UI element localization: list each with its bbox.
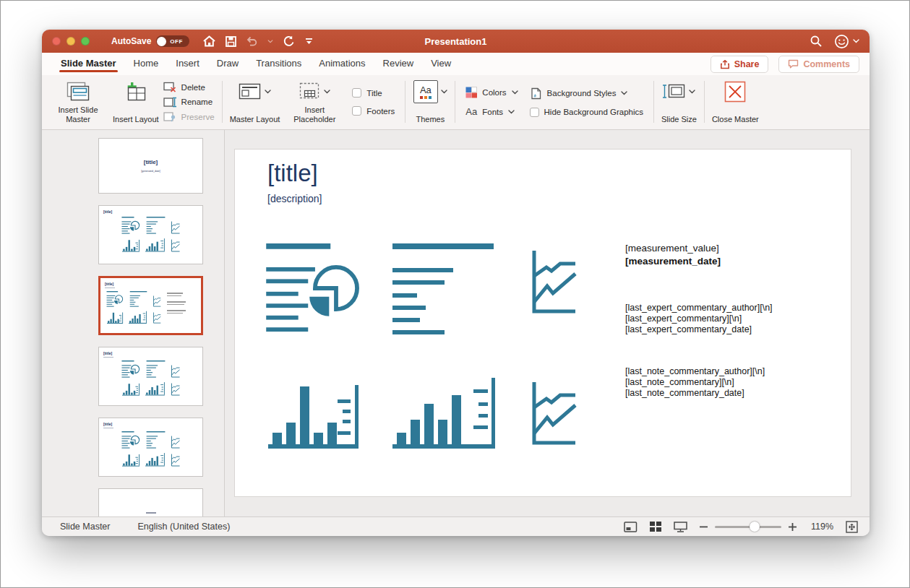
pie-document-icon[interactable] (266, 243, 361, 333)
insert-layout-button[interactable]: Insert Layout (110, 77, 162, 126)
save-icon[interactable] (226, 36, 236, 47)
pie-document-icon (106, 291, 124, 307)
background-styles-icon (530, 87, 542, 100)
thumbnail-3-selected[interactable]: [title] (98, 276, 203, 335)
thumbnail-6[interactable] (98, 488, 203, 516)
tab-insert[interactable]: Insert (167, 53, 208, 74)
title-checkbox[interactable]: Title (352, 88, 395, 98)
thumbnail-4[interactable]: [title] (98, 347, 203, 406)
powerpoint-window: AutoSave OFF (42, 30, 870, 536)
thumbnail-1-title: [title] (144, 159, 158, 165)
insert-slide-master-button[interactable]: Insert Slide Master (46, 77, 110, 126)
bar-chart-icon[interactable] (392, 375, 499, 449)
ribbon-divider (704, 81, 705, 123)
text-lines-icon (146, 217, 166, 234)
master-layout-button[interactable]: Master Layout (227, 77, 283, 126)
tab-review[interactable]: Review (374, 53, 423, 74)
bar-chart-icon[interactable] (268, 375, 362, 449)
comments-button[interactable]: Comments (778, 56, 859, 73)
line-chart-icon (171, 365, 180, 378)
slide-size-icon (662, 82, 686, 101)
pie-document-icon (121, 431, 140, 449)
status-language[interactable]: English (United States) (137, 522, 230, 532)
fonts-button[interactable]: Aa Fonts (465, 106, 518, 117)
insert-slide-master-label: Insert Slide Master (49, 105, 107, 124)
home-icon[interactable] (202, 35, 216, 47)
autosave-toggle[interactable]: OFF (156, 35, 189, 47)
zoom-slider[interactable] (715, 526, 781, 528)
hide-background-graphics-label: Hide Background Graphics (544, 108, 643, 116)
rename-button[interactable]: Rename (163, 97, 215, 108)
thumbnail-5[interactable]: [title] (98, 418, 203, 477)
slide-size-button[interactable]: Slide Size (658, 77, 700, 126)
undo-menu-chevron-icon[interactable] (267, 40, 273, 43)
close-master-button[interactable]: Close Master (709, 77, 762, 126)
background-styles-button[interactable]: Background Styles (530, 87, 643, 100)
normal-view-icon[interactable] (624, 522, 638, 532)
insert-placeholder-label: Insert Placeholder (286, 105, 343, 124)
tab-slide-master[interactable]: Slide Master (52, 53, 125, 74)
document-title: Presentation1 (425, 36, 487, 47)
master-layout-icon (239, 82, 262, 101)
expert-commentary-text: [last_expert_commentary][\n] (625, 314, 773, 324)
thumbnail-4-description-line (103, 357, 113, 358)
close-master-label: Close Master (712, 115, 759, 124)
tab-home[interactable]: Home (125, 53, 168, 74)
slide-sorter-icon[interactable] (650, 522, 661, 532)
rename-icon (163, 97, 177, 108)
tab-view[interactable]: View (422, 53, 460, 74)
fullscreen-window-button[interactable] (81, 37, 90, 46)
thumbnail-1[interactable]: [title] [generated_date] (98, 138, 203, 194)
slide-size-label: Slide Size (661, 115, 697, 124)
account-icon[interactable] (834, 34, 859, 49)
line-chart-icon[interactable] (529, 248, 577, 315)
comments-icon (788, 59, 799, 69)
themes-button[interactable]: Aa Themes (410, 77, 450, 126)
expert-commentary-date: [last_expert_commentary_date] (625, 324, 773, 335)
redo-icon[interactable] (283, 35, 295, 47)
slide-canvas[interactable]: [title] [description] [measurement_value… (235, 150, 851, 496)
zoom-slider-knob[interactable] (750, 522, 760, 532)
customize-toolbar-icon[interactable] (304, 38, 314, 46)
titlebar-right (810, 34, 859, 49)
thumbnail-5-description-line (103, 428, 113, 429)
undo-icon[interactable] (246, 36, 258, 46)
line-chart-icon (171, 221, 180, 234)
slide-thumbnail-pane[interactable]: [title] [generated_date] [title] [title] (42, 130, 225, 516)
rename-label: Rename (181, 98, 213, 106)
fit-slide-to-window-icon[interactable] (846, 521, 858, 533)
text-lines-icon[interactable] (392, 243, 494, 336)
bar-chart-icon (122, 381, 140, 396)
preserve-button[interactable]: Preserve (163, 111, 215, 122)
delete-button[interactable]: Delete (163, 82, 215, 92)
search-icon[interactable] (810, 35, 823, 48)
slide-show-icon[interactable] (674, 522, 687, 532)
close-window-button[interactable] (52, 37, 61, 46)
line-chart-icon (153, 295, 161, 307)
share-icon (720, 59, 730, 69)
tab-draw[interactable]: Draw (208, 53, 247, 74)
note-commentary-date: [last_note_commentary_date] (625, 388, 765, 399)
zoom-percentage[interactable]: 119% (809, 522, 833, 532)
footers-checkbox[interactable]: Footers (352, 106, 395, 116)
share-button[interactable]: Share (711, 56, 769, 73)
thumbnail-2[interactable]: [title] (98, 205, 203, 264)
bar-chart-icon (145, 381, 166, 396)
tab-animations[interactable]: Animations (310, 53, 374, 74)
measurement-placeholder[interactable]: [measurement_value] [measurement_date] (625, 242, 721, 268)
minimize-window-button[interactable] (66, 37, 75, 46)
expert-commentary-placeholder[interactable]: [last_expert_commentary_author][\n] [las… (625, 303, 773, 335)
colors-button[interactable]: Colors (465, 87, 518, 98)
slide-title-placeholder[interactable]: [title] (267, 160, 318, 187)
zoom-out-button[interactable] (700, 523, 708, 531)
line-chart-icon[interactable] (529, 380, 577, 446)
note-commentary-placeholder[interactable]: [last_note_commentary_author][\n] [last_… (625, 366, 765, 399)
hide-background-graphics-checkbox[interactable]: Hide Background Graphics (530, 108, 643, 117)
slide-description-placeholder[interactable]: [description] (267, 193, 322, 204)
pie-document-icon (121, 360, 140, 378)
text-lines-icon (146, 431, 166, 449)
zoom-in-button[interactable] (789, 523, 797, 531)
tab-transitions[interactable]: Transitions (247, 53, 310, 74)
insert-placeholder-chevron-icon (324, 90, 330, 94)
insert-placeholder-button[interactable]: Insert Placeholder (283, 77, 346, 126)
